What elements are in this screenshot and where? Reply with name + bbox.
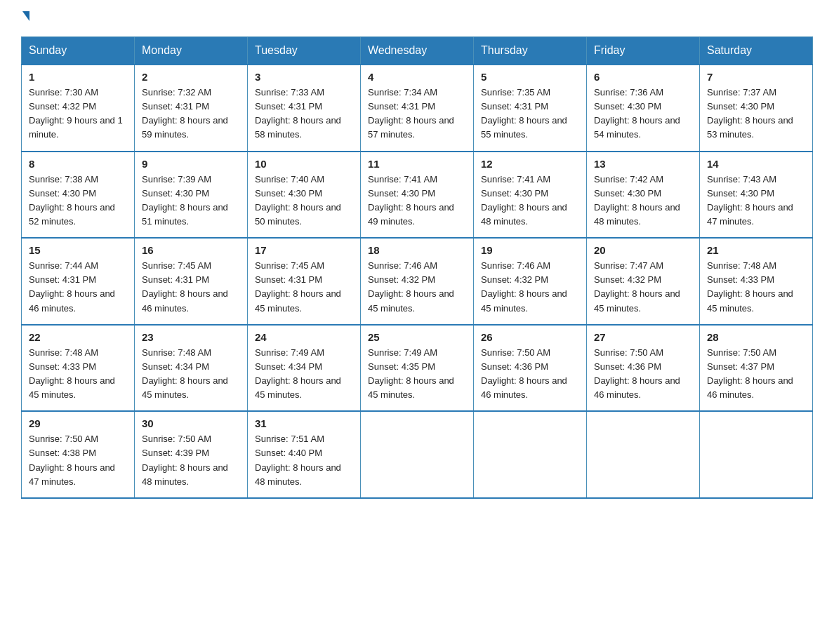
- calendar-day-cell: 30Sunrise: 7:50 AMSunset: 4:39 PMDayligh…: [135, 411, 248, 498]
- day-number: 25: [368, 331, 466, 343]
- day-info: Sunrise: 7:32 AMSunset: 4:31 PMDaylight:…: [142, 86, 240, 142]
- day-number: 26: [481, 331, 579, 343]
- day-number: 16: [142, 244, 240, 256]
- day-number: 17: [255, 244, 353, 256]
- logo-arrow-icon: [22, 11, 29, 21]
- day-number: 7: [707, 71, 805, 83]
- day-info: Sunrise: 7:50 AMSunset: 4:36 PMDaylight:…: [594, 346, 692, 403]
- calendar-day-cell: 29Sunrise: 7:50 AMSunset: 4:38 PMDayligh…: [22, 411, 135, 498]
- calendar-day-cell: 2Sunrise: 7:32 AMSunset: 4:31 PMDaylight…: [135, 65, 248, 152]
- day-header-monday: Monday: [135, 37, 248, 65]
- day-info: Sunrise: 7:42 AMSunset: 4:30 PMDaylight:…: [594, 173, 692, 229]
- day-number: 21: [707, 244, 805, 256]
- calendar-week-row: 29Sunrise: 7:50 AMSunset: 4:38 PMDayligh…: [22, 411, 813, 498]
- day-header-saturday: Saturday: [700, 37, 813, 65]
- day-number: 30: [142, 417, 240, 429]
- day-info: Sunrise: 7:48 AMSunset: 4:33 PMDaylight:…: [707, 259, 805, 316]
- empty-cell: [361, 411, 474, 498]
- calendar-day-cell: 6Sunrise: 7:36 AMSunset: 4:30 PMDaylight…: [587, 65, 700, 152]
- calendar-week-row: 15Sunrise: 7:44 AMSunset: 4:31 PMDayligh…: [22, 238, 813, 325]
- day-number: 4: [368, 71, 466, 83]
- calendar-week-row: 22Sunrise: 7:48 AMSunset: 4:33 PMDayligh…: [22, 325, 813, 412]
- calendar-day-cell: 21Sunrise: 7:48 AMSunset: 4:33 PMDayligh…: [700, 238, 813, 325]
- day-number: 10: [255, 158, 353, 170]
- day-info: Sunrise: 7:47 AMSunset: 4:32 PMDaylight:…: [594, 259, 692, 316]
- page-header: [21, 14, 813, 24]
- day-info: Sunrise: 7:30 AMSunset: 4:32 PMDaylight:…: [29, 86, 127, 142]
- day-number: 11: [368, 158, 466, 170]
- day-number: 5: [481, 71, 579, 83]
- calendar-day-cell: 14Sunrise: 7:43 AMSunset: 4:30 PMDayligh…: [700, 152, 813, 239]
- calendar-week-row: 1Sunrise: 7:30 AMSunset: 4:32 PMDaylight…: [22, 65, 813, 152]
- calendar-day-cell: 4Sunrise: 7:34 AMSunset: 4:31 PMDaylight…: [361, 65, 474, 152]
- calendar-day-cell: 10Sunrise: 7:40 AMSunset: 4:30 PMDayligh…: [248, 152, 361, 239]
- day-info: Sunrise: 7:49 AMSunset: 4:35 PMDaylight:…: [368, 346, 466, 403]
- day-info: Sunrise: 7:34 AMSunset: 4:31 PMDaylight:…: [368, 86, 466, 142]
- calendar-day-cell: 3Sunrise: 7:33 AMSunset: 4:31 PMDaylight…: [248, 65, 361, 152]
- calendar-day-cell: 9Sunrise: 7:39 AMSunset: 4:30 PMDaylight…: [135, 152, 248, 239]
- calendar-day-cell: 31Sunrise: 7:51 AMSunset: 4:40 PMDayligh…: [248, 411, 361, 498]
- day-info: Sunrise: 7:38 AMSunset: 4:30 PMDaylight:…: [29, 173, 127, 229]
- day-info: Sunrise: 7:39 AMSunset: 4:30 PMDaylight:…: [142, 173, 240, 229]
- calendar-day-cell: 12Sunrise: 7:41 AMSunset: 4:30 PMDayligh…: [474, 152, 587, 239]
- calendar-day-cell: 28Sunrise: 7:50 AMSunset: 4:37 PMDayligh…: [700, 325, 813, 412]
- empty-cell: [474, 411, 587, 498]
- day-number: 20: [594, 244, 692, 256]
- calendar-day-cell: 5Sunrise: 7:35 AMSunset: 4:31 PMDaylight…: [474, 65, 587, 152]
- day-info: Sunrise: 7:33 AMSunset: 4:31 PMDaylight:…: [255, 86, 353, 142]
- calendar-day-cell: 19Sunrise: 7:46 AMSunset: 4:32 PMDayligh…: [474, 238, 587, 325]
- day-info: Sunrise: 7:48 AMSunset: 4:34 PMDaylight:…: [142, 346, 240, 403]
- day-number: 9: [142, 158, 240, 170]
- empty-cell: [587, 411, 700, 498]
- calendar-day-cell: 20Sunrise: 7:47 AMSunset: 4:32 PMDayligh…: [587, 238, 700, 325]
- calendar-day-cell: 17Sunrise: 7:45 AMSunset: 4:31 PMDayligh…: [248, 238, 361, 325]
- calendar-day-cell: 11Sunrise: 7:41 AMSunset: 4:30 PMDayligh…: [361, 152, 474, 239]
- day-info: Sunrise: 7:49 AMSunset: 4:34 PMDaylight:…: [255, 346, 353, 403]
- day-info: Sunrise: 7:40 AMSunset: 4:30 PMDaylight:…: [255, 173, 353, 229]
- calendar-day-cell: 26Sunrise: 7:50 AMSunset: 4:36 PMDayligh…: [474, 325, 587, 412]
- day-number: 31: [255, 417, 353, 429]
- day-number: 2: [142, 71, 240, 83]
- day-header-friday: Friday: [587, 37, 700, 65]
- day-info: Sunrise: 7:43 AMSunset: 4:30 PMDaylight:…: [707, 173, 805, 229]
- day-info: Sunrise: 7:50 AMSunset: 4:37 PMDaylight:…: [707, 346, 805, 403]
- day-number: 18: [368, 244, 466, 256]
- day-header-thursday: Thursday: [474, 37, 587, 65]
- day-number: 23: [142, 331, 240, 343]
- day-info: Sunrise: 7:36 AMSunset: 4:30 PMDaylight:…: [594, 86, 692, 142]
- logo: [21, 14, 29, 24]
- day-number: 19: [481, 244, 579, 256]
- day-header-tuesday: Tuesday: [248, 37, 361, 65]
- calendar-day-cell: 1Sunrise: 7:30 AMSunset: 4:32 PMDaylight…: [22, 65, 135, 152]
- day-info: Sunrise: 7:50 AMSunset: 4:39 PMDaylight:…: [142, 432, 240, 489]
- day-number: 3: [255, 71, 353, 83]
- day-info: Sunrise: 7:41 AMSunset: 4:30 PMDaylight:…: [481, 173, 579, 229]
- calendar-day-cell: 13Sunrise: 7:42 AMSunset: 4:30 PMDayligh…: [587, 152, 700, 239]
- calendar-day-cell: 24Sunrise: 7:49 AMSunset: 4:34 PMDayligh…: [248, 325, 361, 412]
- calendar-day-cell: 27Sunrise: 7:50 AMSunset: 4:36 PMDayligh…: [587, 325, 700, 412]
- day-number: 27: [594, 331, 692, 343]
- calendar-day-cell: 25Sunrise: 7:49 AMSunset: 4:35 PMDayligh…: [361, 325, 474, 412]
- empty-cell: [700, 411, 813, 498]
- day-number: 24: [255, 331, 353, 343]
- calendar-week-row: 8Sunrise: 7:38 AMSunset: 4:30 PMDaylight…: [22, 152, 813, 239]
- day-number: 6: [594, 71, 692, 83]
- calendar-day-cell: 8Sunrise: 7:38 AMSunset: 4:30 PMDaylight…: [22, 152, 135, 239]
- calendar-table: SundayMondayTuesdayWednesdayThursdayFrid…: [21, 36, 813, 499]
- day-info: Sunrise: 7:51 AMSunset: 4:40 PMDaylight:…: [255, 432, 353, 489]
- day-header-sunday: Sunday: [22, 37, 135, 65]
- day-number: 1: [29, 71, 127, 83]
- day-number: 13: [594, 158, 692, 170]
- calendar-day-cell: 16Sunrise: 7:45 AMSunset: 4:31 PMDayligh…: [135, 238, 248, 325]
- day-info: Sunrise: 7:50 AMSunset: 4:38 PMDaylight:…: [29, 432, 127, 489]
- day-info: Sunrise: 7:45 AMSunset: 4:31 PMDaylight:…: [142, 259, 240, 316]
- day-number: 8: [29, 158, 127, 170]
- calendar-day-cell: 22Sunrise: 7:48 AMSunset: 4:33 PMDayligh…: [22, 325, 135, 412]
- day-header-wednesday: Wednesday: [361, 37, 474, 65]
- day-number: 29: [29, 417, 127, 429]
- day-info: Sunrise: 7:48 AMSunset: 4:33 PMDaylight:…: [29, 346, 127, 403]
- day-info: Sunrise: 7:46 AMSunset: 4:32 PMDaylight:…: [368, 259, 466, 316]
- day-number: 22: [29, 331, 127, 343]
- calendar-day-cell: 18Sunrise: 7:46 AMSunset: 4:32 PMDayligh…: [361, 238, 474, 325]
- calendar-day-cell: 23Sunrise: 7:48 AMSunset: 4:34 PMDayligh…: [135, 325, 248, 412]
